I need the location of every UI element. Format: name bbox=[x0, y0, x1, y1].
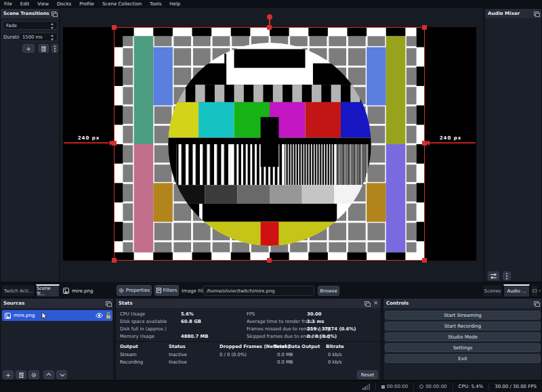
menu-bar: File Edit View Docks Profile Scene Colle… bbox=[0, 0, 542, 8]
selected-source-name: mire.png bbox=[72, 288, 93, 294]
reset-stats-button[interactable]: Reset bbox=[357, 370, 378, 379]
controls-header[interactable]: Controls bbox=[383, 299, 541, 308]
stat-value: 0 / 0 (0.0%) bbox=[307, 334, 337, 339]
resize-handle-bottom-right[interactable] bbox=[422, 258, 427, 263]
transition-menu-button[interactable] bbox=[51, 44, 58, 53]
source-row-mire[interactable]: mire.png bbox=[2, 310, 112, 321]
scene-transitions-title: Scene Transitions bbox=[3, 11, 49, 16]
cpu-usage: CPU: 5.4% bbox=[453, 383, 489, 391]
stat-value: 60.8 GB bbox=[181, 319, 201, 324]
remove-source-button[interactable] bbox=[16, 370, 26, 379]
studio-mode-button[interactable]: Studio Mode bbox=[385, 332, 541, 341]
table-header: Status bbox=[169, 344, 186, 349]
tab-twitch-activity[interactable]: Twitch Acti... bbox=[1, 284, 35, 297]
menu-view[interactable]: View bbox=[33, 0, 53, 8]
controls-title: Controls bbox=[386, 301, 409, 306]
start-streaming-button[interactable]: Start Streaming bbox=[385, 311, 541, 320]
chevron-updown-icon[interactable] bbox=[50, 23, 55, 29]
stat-value: 4880.7 MB bbox=[181, 334, 209, 339]
resize-handle-bottom-left[interactable] bbox=[112, 258, 117, 263]
button-label: Settings bbox=[453, 345, 473, 351]
stat-label: CPU Usage bbox=[120, 311, 145, 317]
table-cell: 0.0 MB bbox=[277, 352, 293, 357]
duration-spinbox[interactable]: 1500 ms bbox=[19, 32, 58, 41]
left-spacing-line bbox=[64, 142, 114, 144]
menu-edit[interactable]: Edit bbox=[16, 0, 34, 8]
button-label: Start Recording bbox=[444, 324, 481, 329]
settings-button[interactable]: Settings bbox=[385, 343, 541, 352]
scene-transitions-header[interactable]: Scene Transitions bbox=[1, 9, 59, 18]
rotate-handle[interactable] bbox=[267, 14, 272, 20]
browse-button[interactable]: Browse bbox=[318, 286, 339, 296]
start-recording-button[interactable]: Start Recording bbox=[385, 322, 541, 330]
fps-indicator: 30.00 / 30.00 FPS bbox=[488, 383, 542, 391]
popout-dock-icon[interactable] bbox=[364, 301, 369, 305]
network-status bbox=[357, 383, 375, 391]
menu-docks[interactable]: Docks bbox=[53, 0, 75, 8]
exit-button[interactable]: Exit bbox=[385, 354, 541, 363]
plus-icon: + bbox=[26, 45, 31, 52]
remove-transition-button[interactable] bbox=[39, 44, 49, 53]
tab-scene-transitions[interactable]: Scene Tr... bbox=[36, 284, 60, 297]
stats-panel: Stats × CPU Usage 5.6% Disk space availa… bbox=[115, 298, 381, 380]
signal-bars-icon bbox=[362, 384, 370, 390]
popout-dock-icon[interactable] bbox=[106, 301, 110, 305]
add-transition-button[interactable]: + bbox=[22, 44, 35, 53]
table-header: Output bbox=[120, 344, 138, 349]
preview-area[interactable]: 240 px 240 px bbox=[60, 8, 482, 282]
chevron-updown-icon[interactable] bbox=[50, 35, 55, 41]
right-spacing-line bbox=[425, 142, 476, 144]
gear-icon bbox=[119, 288, 124, 293]
resize-handle-top-right[interactable] bbox=[422, 25, 427, 30]
tab-clock-partial[interactable]: Cl bbox=[530, 284, 539, 297]
transition-select[interactable]: Fade bbox=[3, 21, 58, 30]
reset-label: Reset bbox=[361, 372, 375, 378]
popout-dock-icon[interactable] bbox=[534, 12, 539, 16]
trash-icon bbox=[41, 46, 46, 51]
dock-tab-strip: Twitch Acti... Scene Tr... mire.png Prop… bbox=[0, 282, 542, 298]
plus-icon: + bbox=[5, 372, 11, 378]
tab-label: Scene Tr... bbox=[37, 286, 59, 297]
close-icon[interactable]: × bbox=[373, 301, 378, 305]
left-spacing-label: 240 px bbox=[72, 135, 106, 141]
resize-handle-top-left[interactable] bbox=[112, 25, 117, 30]
table-cell: Inactive bbox=[169, 360, 187, 365]
stats-header[interactable]: Stats × bbox=[116, 299, 381, 308]
menu-file[interactable]: File bbox=[0, 0, 16, 8]
selection-border bbox=[114, 27, 425, 261]
eye-visible-icon[interactable] bbox=[96, 313, 103, 318]
stats-title: Stats bbox=[119, 301, 133, 306]
lock-unlocked-icon[interactable] bbox=[106, 312, 111, 319]
add-source-button[interactable]: + bbox=[3, 370, 14, 379]
tab-scenes[interactable]: Scenes bbox=[482, 284, 503, 297]
move-source-up-button[interactable] bbox=[43, 370, 54, 379]
tab-audio-mixer[interactable]: Audio ... bbox=[503, 284, 530, 297]
menu-profile[interactable]: Profile bbox=[75, 0, 98, 8]
record-circle-icon bbox=[419, 385, 423, 389]
popout-dock-icon[interactable] bbox=[51, 12, 56, 16]
properties-label: Properties bbox=[126, 288, 150, 293]
popout-dock-icon[interactable] bbox=[534, 301, 539, 305]
properties-button[interactable]: Properties bbox=[117, 285, 152, 296]
audio-mixer-header[interactable]: Audio Mixer bbox=[485, 9, 541, 18]
advanced-audio-button[interactable] bbox=[488, 271, 499, 280]
resize-handle-bottom-center[interactable] bbox=[267, 258, 272, 263]
recording-timer: 00:00:00 bbox=[413, 383, 452, 391]
stream-time: 00:00:00 bbox=[387, 384, 408, 389]
filters-button[interactable]: Filters bbox=[154, 285, 179, 296]
source-name: mire.png bbox=[14, 313, 35, 318]
stat-label: Disk full in (approx.) bbox=[120, 326, 167, 332]
tab-scroll-right-icon[interactable]: › bbox=[539, 288, 541, 294]
tab-label: Audio ... bbox=[507, 288, 526, 294]
move-source-down-button[interactable] bbox=[56, 370, 67, 379]
menu-help[interactable]: Help bbox=[165, 0, 184, 8]
menu-scene-collection[interactable]: Scene Collection bbox=[98, 0, 146, 8]
menu-tools[interactable]: Tools bbox=[146, 0, 165, 8]
image-path-input[interactable]: /home/olivier/twitch/mire.png bbox=[203, 286, 314, 296]
divider bbox=[116, 341, 382, 342]
source-properties-button[interactable] bbox=[28, 370, 39, 379]
sources-header[interactable]: Sources bbox=[1, 299, 113, 308]
mixer-menu-button[interactable] bbox=[503, 271, 511, 280]
audio-mixer-title: Audio Mixer bbox=[488, 11, 520, 16]
mouse-cursor-icon bbox=[41, 312, 47, 320]
